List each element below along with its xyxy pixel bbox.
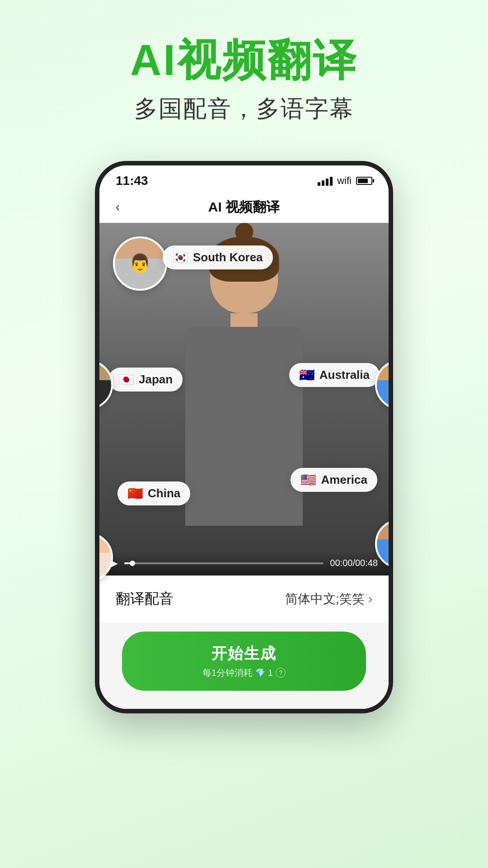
bottom-panel: 翻译配音 简体中文;笑笑 › xyxy=(99,576,389,623)
country-label-australia: 🇦🇺 Australia xyxy=(289,363,380,387)
country-label-japan: 🇯🇵 Japan xyxy=(108,368,183,392)
page-background: AI视频翻译 多国配音，多语字幕 11:43 wifi xyxy=(0,0,488,868)
translate-label: 翻译配音 xyxy=(116,589,174,609)
flag-china: 🇨🇳 xyxy=(127,486,143,501)
status-time: 11:43 xyxy=(116,174,148,188)
video-controls: ▶ 00:00/00:48 xyxy=(99,552,389,576)
flag-japan: 🇯🇵 xyxy=(118,372,134,387)
video-area[interactable]: 👨 🇰🇷 South Korea 🇯🇵 Japan 🇦🇺 Australia xyxy=(99,223,389,576)
time-display: 00:00/00:48 xyxy=(330,558,378,568)
translate-setting[interactable]: 简体中文;笑笑 › xyxy=(285,590,372,608)
translate-setting-value: 简体中文;笑笑 xyxy=(285,590,365,608)
wifi-icon: wifi xyxy=(337,175,352,187)
country-label-south-korea: 🇰🇷 South Korea xyxy=(163,245,273,269)
generate-cost-text: 每1分钟消耗 xyxy=(202,667,253,679)
status-bar: 11:43 wifi xyxy=(99,165,389,192)
main-title: AI视频翻译 xyxy=(18,36,470,84)
avatar-south-korea: 👨 xyxy=(113,236,167,291)
header-subtitle: 多国配音，多语字幕 xyxy=(18,93,470,125)
app-header: ‹ AI 视频翻译 xyxy=(99,192,389,223)
coin-icon: 💎 xyxy=(255,668,265,678)
signal-icon xyxy=(318,176,333,186)
country-label-america: 🇺🇸 America xyxy=(291,468,377,492)
phone-mockup: 11:43 wifi ‹ AI 视频翻译 xyxy=(95,161,393,713)
chevron-right-icon: › xyxy=(368,592,372,606)
help-icon: ? xyxy=(276,668,286,678)
generate-button[interactable]: 开始生成 每1分钟消耗 💎 1 ? xyxy=(122,632,366,691)
header-section: AI视频翻译 多国配音，多语字幕 xyxy=(0,0,488,143)
flag-south-korea: 🇰🇷 xyxy=(173,250,188,265)
flag-australia: 🇦🇺 xyxy=(299,368,315,382)
flag-america: 🇺🇸 xyxy=(300,472,316,487)
generate-button-sub: 每1分钟消耗 💎 1 ? xyxy=(202,667,286,679)
generate-coin-amount: 1 xyxy=(268,668,273,678)
phone-wrapper: 11:43 wifi ‹ AI 视频翻译 xyxy=(68,161,420,713)
app-title: AI 视频翻译 xyxy=(208,198,280,217)
battery-icon xyxy=(356,177,372,185)
generate-button-label: 开始生成 xyxy=(211,643,277,664)
back-button[interactable]: ‹ xyxy=(116,200,120,214)
country-label-china: 🇨🇳 China xyxy=(117,481,190,505)
generate-section: 开始生成 每1分钟消耗 💎 1 ? xyxy=(99,623,389,709)
status-icons: wifi xyxy=(318,175,372,187)
progress-bar[interactable] xyxy=(124,562,324,564)
